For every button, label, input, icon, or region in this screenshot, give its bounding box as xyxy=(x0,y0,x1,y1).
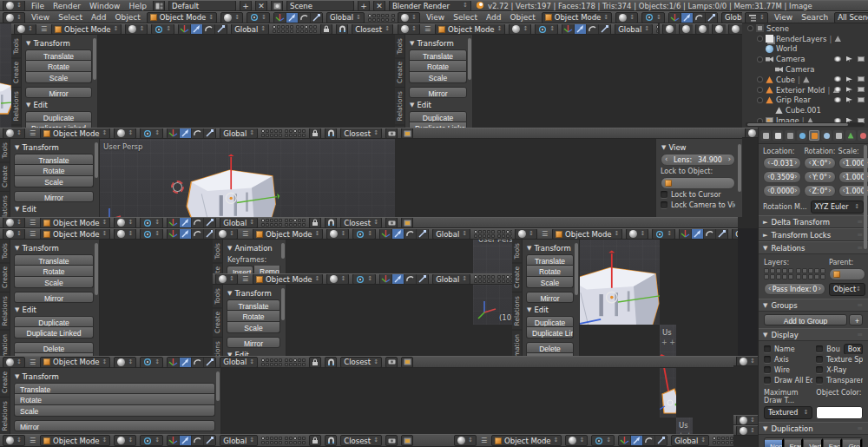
panel-header-transform[interactable]: ▼Transform xyxy=(14,241,94,254)
layer-cell[interactable] xyxy=(302,358,306,362)
overlap-plus-icon[interactable]: + + xyxy=(661,339,675,346)
tool-button-duplicate[interactable]: Duplicate xyxy=(25,111,92,122)
manipulator-axis-button[interactable] xyxy=(619,436,630,445)
object-color-swatch[interactable] xyxy=(816,406,863,419)
layer-cell[interactable] xyxy=(266,437,269,440)
outliner-row[interactable]: Cube| xyxy=(742,75,868,85)
layers-grid[interactable] xyxy=(764,268,793,279)
layer-cell[interactable] xyxy=(285,441,288,444)
layer-cell[interactable] xyxy=(497,234,501,238)
manipulator-axis-button[interactable] xyxy=(562,24,574,34)
layer-cell[interactable] xyxy=(261,358,265,362)
editor-type-button[interactable]: ↕ xyxy=(662,23,676,35)
tool-button-translate[interactable]: Translate xyxy=(227,299,280,311)
viewport-3d[interactable]: Us+ + xyxy=(660,325,676,417)
shelf-tab-create[interactable]: Create xyxy=(0,263,10,293)
tool-button-duplicate[interactable]: Duplicate xyxy=(526,316,574,327)
editor-type-button[interactable]: ↕ xyxy=(728,23,742,35)
layer-cell[interactable] xyxy=(270,358,273,362)
layer-cell[interactable] xyxy=(277,30,280,33)
layer-cell[interactable] xyxy=(289,358,293,362)
pivot-dropdown[interactable]: ↕ xyxy=(140,217,163,228)
render-animation-icon[interactable] xyxy=(401,435,413,446)
layer-cell[interactable] xyxy=(491,279,495,283)
outliner-menu-view[interactable]: View xyxy=(772,13,795,22)
display-checkbox-wire[interactable]: Wire xyxy=(764,365,812,375)
panel-header-transform[interactable]: ▼Transform xyxy=(14,370,215,383)
visibility-eye-icon[interactable] xyxy=(834,76,841,82)
expander-icon[interactable] xyxy=(757,36,763,42)
shelf-tab-create[interactable]: Create xyxy=(11,58,21,88)
snap-magnet-icon[interactable] xyxy=(325,357,337,368)
manipulator-scale-button[interactable] xyxy=(214,24,227,34)
layer-cell[interactable] xyxy=(730,437,733,440)
layer-cell[interactable] xyxy=(266,129,269,133)
layer-cell[interactable] xyxy=(285,437,288,440)
outliner-row[interactable]: Exterior Mold| xyxy=(742,85,868,95)
tool-button-mirror[interactable]: Mirror xyxy=(409,87,467,98)
shelf-tab-tools[interactable]: Tools xyxy=(213,285,222,308)
shading-dropdown[interactable]: ↕ xyxy=(114,228,136,240)
snap-element-dropdown[interactable]: Closest↕ xyxy=(340,357,382,368)
layer-cell[interactable] xyxy=(491,234,495,238)
layer-cell[interactable] xyxy=(717,437,720,440)
shelf-tab-create[interactable]: Create xyxy=(213,308,222,338)
layer-cell[interactable] xyxy=(277,25,280,29)
pivot-dropdown[interactable]: ↕ xyxy=(151,23,174,35)
layer-cell[interactable] xyxy=(381,18,385,22)
tool-button-scale[interactable]: Scale xyxy=(14,176,94,187)
orientation-dropdown[interactable]: Global↕ xyxy=(231,23,269,35)
outliner-hscrollbar[interactable] xyxy=(746,122,865,127)
layer-cell[interactable] xyxy=(721,441,725,444)
mode-dropdown[interactable]: Object Mode↕ xyxy=(552,228,622,240)
manipulator-scale-button[interactable] xyxy=(416,274,428,284)
layer-cell[interactable] xyxy=(491,230,495,233)
editor-type-button[interactable]: ↕ xyxy=(695,23,709,35)
mode-dropdown[interactable]: Object Mode↕ xyxy=(40,128,110,139)
panel-header-edit[interactable]: ▼Edit xyxy=(14,303,94,316)
panel-header-transform[interactable]: ▼Transform xyxy=(14,141,94,154)
selectability-cursor-icon[interactable] xyxy=(846,87,852,93)
layers-grid[interactable] xyxy=(261,358,306,366)
layer-cell[interactable] xyxy=(372,18,376,22)
tool-button-delete[interactable]: Delete xyxy=(526,342,574,353)
editor-type-button[interactable]: ↕ xyxy=(515,228,537,240)
layers-grid[interactable] xyxy=(796,268,825,279)
shelf-tab-relations[interactable]: Relations xyxy=(0,398,10,434)
manipulator-rotate-button[interactable] xyxy=(191,128,203,138)
layer-cell[interactable] xyxy=(279,219,282,222)
layer-cell[interactable] xyxy=(502,230,505,233)
layer-cell[interactable] xyxy=(502,234,505,238)
layers-grid[interactable] xyxy=(368,14,395,22)
selectability-cursor-icon[interactable] xyxy=(846,97,852,103)
layers-grid[interactable] xyxy=(273,25,317,33)
snap-magnet-icon[interactable] xyxy=(325,217,337,228)
pivot-dropdown[interactable]: ↕ xyxy=(652,228,675,240)
layer-cell[interactable] xyxy=(281,30,285,33)
tool-button-translate[interactable]: Translate xyxy=(409,49,467,61)
manipulator-axis-button[interactable] xyxy=(179,24,190,34)
pivot-dropdown[interactable]: ↕ xyxy=(247,12,270,23)
outliner-menu-search[interactable]: Search xyxy=(799,13,831,22)
checkbox-icon[interactable] xyxy=(816,356,823,363)
manipulator-axis-button[interactable] xyxy=(168,358,179,367)
layer-cell[interactable] xyxy=(487,275,490,279)
layer-cell[interactable] xyxy=(279,223,282,227)
layer-cell[interactable] xyxy=(298,437,301,440)
tool-button-mirror[interactable]: Mirror xyxy=(14,420,215,431)
layer-cell[interactable] xyxy=(302,437,306,440)
manipulator-scale-button[interactable] xyxy=(203,128,215,138)
number-field[interactable]: ‹Y:0°› xyxy=(804,171,835,183)
shading-dropdown[interactable]: ↕ xyxy=(509,23,531,35)
shading-dropdown[interactable]: ↕ xyxy=(326,273,349,285)
props-tab-data[interactable] xyxy=(845,130,856,141)
layer-cell[interactable] xyxy=(502,279,505,283)
layers-grid[interactable] xyxy=(713,437,733,444)
editor-type-button[interactable]: ↕ xyxy=(3,228,25,240)
manipulator-scale-button[interactable] xyxy=(203,229,213,239)
mode-dropdown[interactable]: Object Mode↕ xyxy=(40,228,110,240)
outliner-row[interactable]: RenderLayers| xyxy=(742,34,868,44)
layer-cell[interactable] xyxy=(289,223,293,227)
manipulator-rotate-button[interactable] xyxy=(693,13,705,23)
props-tab-world[interactable] xyxy=(797,130,807,141)
